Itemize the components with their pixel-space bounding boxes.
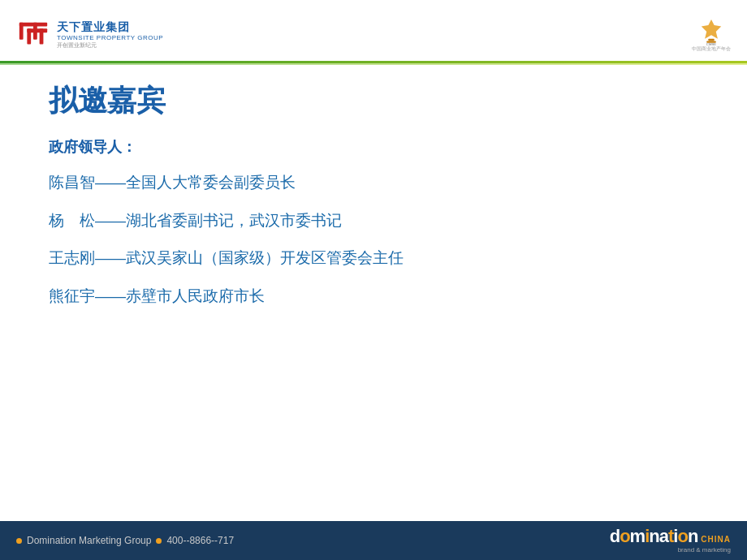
domination-brand-text: domination — [610, 528, 698, 545]
svg-rect-7 — [708, 39, 714, 41]
logo-chinese: 天下置业集团 — [57, 20, 163, 34]
cmse-sub: 中国商业地产年会 — [692, 46, 731, 52]
footer-dot1 — [16, 538, 22, 544]
logo-text-block: 天下置业集团 TOWNSITE PROPERTY GROUP 开创置业新纪元 — [57, 20, 163, 49]
footer-left: Domination Marketing Group 400--8866--71… — [16, 535, 234, 546]
dom-a: a — [659, 526, 668, 546]
dom-m: m — [630, 526, 646, 546]
logo-english: TOWNSITE PROPERTY GROUP — [57, 34, 163, 42]
svg-rect-4 — [27, 28, 31, 44]
dom-n2: n — [688, 526, 697, 546]
dom-china-label: CHINA — [701, 535, 731, 544]
townsite-icon — [16, 18, 50, 52]
guest-item-1: 杨 松——湖北省委副书记，武汉市委书记 — [49, 209, 706, 233]
section-label: 政府领导人： — [49, 137, 706, 157]
domination-logo: domination CHINA — [610, 528, 731, 545]
guest-list: 陈昌智——全国人大常委会副委员长杨 松——湖北省委副书记，武汉市委书记王志刚——… — [49, 171, 706, 308]
header-line-bottom — [0, 63, 747, 65]
svg-marker-6 — [702, 19, 721, 39]
guest-item-3: 熊征宇——赤壁市人民政府市长 — [49, 285, 706, 308]
dom-o1: o — [620, 526, 629, 546]
page-title: 拟邀嘉宾 — [49, 81, 706, 121]
header: 天下置业集团 TOWNSITE PROPERTY GROUP 开创置业新纪元 C… — [0, 0, 747, 61]
footer-phone: 400--8866--717 — [166, 535, 234, 546]
guest-item-2: 王志刚——武汉吴家山（国家级）开发区管委会主任 — [49, 247, 706, 270]
logo-left: 天下置业集团 TOWNSITE PROPERTY GROUP 开创置业新纪元 — [16, 18, 163, 52]
dom-o2: o — [677, 526, 687, 546]
guest-item-0: 陈昌智——全国人大常委会副委员长 — [49, 171, 706, 195]
slide-wrapper: 天下置业集团 TOWNSITE PROPERTY GROUP 开创置业新纪元 C… — [0, 0, 747, 560]
footer-dot2 — [156, 538, 162, 544]
main-content: 拟邀嘉宾 政府领导人： 陈昌智——全国人大常委会副委员长杨 松——湖北省委副书记… — [0, 65, 747, 521]
footer-right-block: domination CHINA brand & marketing — [610, 528, 731, 554]
cmse-icon: CMSE — [697, 17, 726, 46]
dom-sub-text: brand & marketing — [678, 546, 731, 554]
footer: Domination Marketing Group 400--8866--71… — [0, 521, 747, 560]
dom-d: d — [610, 526, 620, 546]
logo-right: CMSE 中国商业地产年会 — [692, 17, 731, 52]
dom-n: n — [649, 526, 658, 546]
svg-rect-1 — [19, 22, 24, 39]
logo-sub: 开创置业新纪元 — [57, 42, 163, 49]
footer-company: Domination Marketing Group — [27, 535, 151, 546]
svg-rect-5 — [40, 28, 44, 44]
